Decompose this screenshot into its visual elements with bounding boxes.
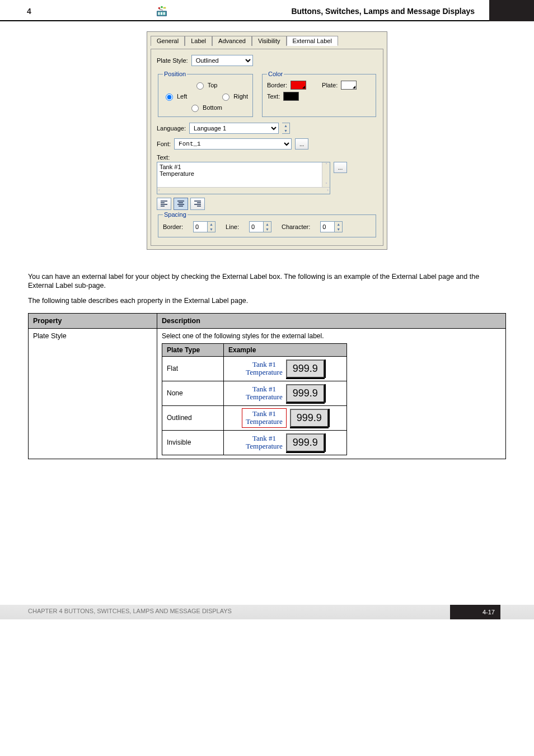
plate-type-none: None	[162, 381, 224, 405]
font-label: Font:	[157, 141, 171, 147]
plate-type-outlined: Outlined	[162, 405, 224, 430]
pos-top-label: Top	[208, 82, 218, 88]
color-text-label: Text:	[267, 93, 280, 100]
plate-type-invisible: Invisible	[162, 430, 224, 455]
text-hscroll[interactable]: ‹›	[157, 187, 330, 194]
footer-page-number: 4-17	[450, 605, 500, 619]
page-header: 4 Buttons, Switches, Lamps and Message D…	[0, 0, 534, 21]
text-more-button[interactable]: ...	[334, 162, 347, 173]
color-plate-swatch[interactable]	[341, 81, 357, 90]
prop-plate-style: Plate Style	[29, 328, 157, 459]
plate-style-label: Plate Style:	[157, 57, 188, 64]
desc-plate-style: Select one of the following styles for t…	[157, 328, 506, 459]
spacing-fieldset: Spacing Border: ▲▼ Line: ▲▼ Character: ▲…	[158, 211, 376, 237]
paragraph-1: You can have an external label for your …	[28, 272, 506, 291]
example-none-label: Tank #1Temperature	[246, 385, 283, 402]
tab-visibility[interactable]: Visibility	[252, 36, 287, 46]
color-border-swatch[interactable]	[291, 81, 306, 90]
position-legend: Position	[163, 71, 187, 77]
spacing-border-spinner[interactable]: ▲▼	[208, 221, 216, 232]
svg-rect-1	[158, 12, 160, 15]
language-select[interactable]: Language 1	[189, 123, 279, 134]
spacing-line-label: Line:	[226, 223, 239, 230]
pos-right-radio[interactable]	[222, 94, 229, 101]
text-area[interactable]: Tank #1 Temperature ˄˅ ‹›	[157, 162, 330, 194]
align-center-button[interactable]	[174, 198, 188, 210]
spacing-char-label: Character:	[282, 223, 310, 230]
page-footer: CHAPTER 4 BUTTONS, SWITCHES, LAMPS AND M…	[0, 605, 534, 627]
example-outlined-value: 999.9	[290, 409, 329, 427]
spacing-legend: Spacing	[163, 211, 188, 218]
pos-bottom-label: Bottom	[203, 104, 222, 111]
tab-general[interactable]: General	[151, 36, 185, 46]
spacing-line-input[interactable]	[249, 221, 264, 232]
svg-point-4	[158, 7, 161, 10]
align-left-button[interactable]	[157, 198, 171, 210]
align-right-button[interactable]	[190, 198, 205, 210]
svg-rect-3	[163, 12, 165, 15]
pos-top-radio[interactable]	[196, 82, 204, 90]
color-fieldset: Color Border: Plate: Text:	[262, 71, 376, 117]
external-label-dialog: General Label Advanced Visibility Extern…	[147, 31, 387, 250]
plate-type-flat: Flat	[162, 356, 224, 381]
font-more-button[interactable]: ...	[295, 138, 308, 150]
plate-type-subtable: Plate Type Example Flat Tank #1Temperatu…	[162, 343, 347, 455]
color-legend: Color	[267, 71, 284, 77]
color-text-swatch[interactable]	[283, 92, 299, 101]
spacing-border-input[interactable]	[193, 221, 208, 232]
property-header: Property	[29, 313, 157, 328]
language-spinner[interactable]: ▲▼	[282, 123, 290, 134]
pos-left-label: Left	[177, 93, 187, 100]
svg-point-5	[161, 6, 163, 8]
pos-left-radio[interactable]	[166, 94, 173, 101]
font-select[interactable]: Font_1	[174, 138, 292, 150]
text-vscroll[interactable]: ˄˅	[322, 162, 330, 187]
text-area-content: Tank #1 Temperature	[160, 164, 327, 177]
example-invisible-label: Tank #1Temperature	[246, 435, 283, 451]
example-invisible-value: 999.9	[286, 433, 325, 452]
tab-external-label[interactable]: External Label	[287, 36, 338, 46]
color-plate-label: Plate:	[322, 82, 338, 88]
example-flat-label: Tank #1Temperature	[246, 361, 283, 377]
svg-rect-6	[163, 7, 166, 9]
spacing-char-spinner[interactable]: ▲▼	[335, 221, 343, 232]
tab-label[interactable]: Label	[185, 36, 212, 46]
pos-bottom-radio[interactable]	[191, 105, 199, 112]
language-label: Language:	[157, 125, 186, 132]
sub-col-plate-type: Plate Type	[162, 343, 224, 356]
example-flat-value: 999.9	[286, 360, 325, 378]
svg-rect-2	[161, 12, 162, 15]
spacing-line-spinner[interactable]: ▲▼	[264, 221, 271, 232]
footer-text: CHAPTER 4 BUTTONS, SWITCHES, LAMPS AND M…	[28, 608, 232, 614]
example-outlined-label: Tank #1Temperature	[242, 408, 287, 428]
property-table: Property Description Plate Style Select …	[28, 313, 506, 459]
description-header: Description	[157, 313, 506, 328]
header-dark-box	[489, 0, 534, 21]
sub-col-example: Example	[224, 343, 347, 356]
header-icon	[154, 4, 168, 18]
plate-style-select[interactable]: Outlined	[191, 55, 253, 66]
spacing-border-label: Border:	[163, 223, 183, 230]
spacing-char-input[interactable]	[320, 221, 335, 232]
example-none-value: 999.9	[286, 384, 325, 403]
color-border-label: Border:	[267, 82, 287, 88]
pos-right-label: Right	[233, 93, 248, 100]
position-fieldset: Position Top Left Right	[158, 71, 253, 117]
text-label: Text:	[157, 154, 377, 161]
tab-advanced[interactable]: Advanced	[212, 36, 252, 46]
chapter-number: 4	[9, 7, 31, 16]
tab-row: General Label Advanced Visibility Extern…	[151, 35, 383, 45]
paragraph-2: The following table describes each prope…	[28, 296, 506, 305]
